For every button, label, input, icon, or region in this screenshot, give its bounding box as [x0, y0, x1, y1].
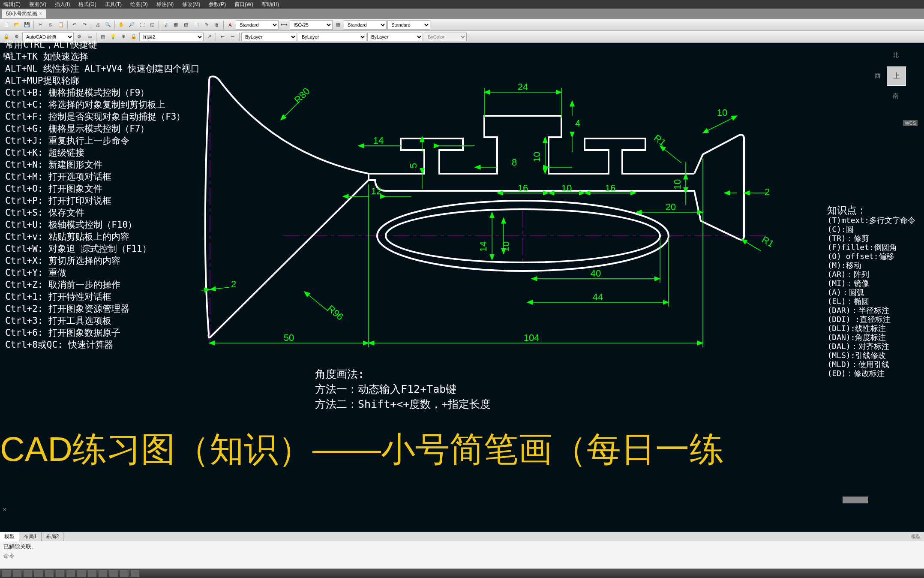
polar-toggle[interactable] — [34, 569, 43, 577]
knowledge-item: (EL)：椭圆 — [827, 297, 915, 306]
svg-text:50: 50 — [284, 332, 294, 343]
otrack-toggle[interactable] — [55, 569, 65, 577]
markup-icon[interactable]: ✎ — [202, 20, 211, 30]
qp-toggle[interactable] — [98, 569, 108, 577]
command-prompt[interactable]: 命令 — [3, 552, 921, 560]
close-icon[interactable]: × — [39, 11, 42, 17]
pan-icon[interactable]: ✋ — [117, 20, 126, 30]
separator — [239, 33, 240, 41]
menu-draw[interactable]: 绘图(D) — [130, 1, 148, 8]
scrollbar-thumb[interactable] — [843, 497, 868, 503]
model-toggle[interactable] — [120, 569, 129, 577]
menu-help[interactable]: 帮助(H) — [262, 1, 279, 8]
menu-modify[interactable]: 修改(M) — [182, 1, 200, 8]
layer-previous-icon[interactable]: ↩ — [218, 32, 227, 42]
save-icon[interactable]: 💾 — [22, 20, 32, 30]
document-tab[interactable]: 50小号简笔画 × — [2, 9, 46, 18]
menu-insert[interactable]: 插入(I) — [55, 1, 70, 8]
table-style-select[interactable]: Standard — [344, 20, 387, 30]
svg-text:8: 8 — [512, 157, 517, 168]
svg-line-60 — [741, 239, 761, 251]
knowledge-item: (AR)：阵列 — [827, 270, 915, 279]
new-icon[interactable]: 📄 — [2, 20, 11, 30]
dyn-toggle[interactable] — [77, 569, 86, 577]
zoom-icon[interactable]: 🔎 — [127, 20, 136, 30]
zoom-extents-icon[interactable]: ⛶ — [137, 20, 147, 30]
snap-toggle[interactable] — [2, 569, 11, 577]
model-tab[interactable]: 模型 — [0, 532, 19, 541]
wcs-badge[interactable]: WCS — [903, 120, 918, 126]
dim-style-select[interactable]: ISO-25 — [290, 20, 333, 30]
shortcut-line: Ctrl+S: 保存文件 — [5, 207, 200, 219]
statusbar — [0, 569, 924, 578]
command-line[interactable]: 已解除关联。 命令 — [0, 541, 924, 569]
shortcut-line: 常用CTRL，ALT快捷键 — [5, 39, 200, 51]
knowledge-item: (MLS):引线修改 — [827, 351, 915, 360]
undo-icon[interactable]: ↶ — [69, 20, 79, 30]
calc-icon[interactable]: 🖩 — [212, 20, 222, 30]
shortcut-line: Ctrl+X: 剪切所选择的内容 — [5, 255, 200, 267]
open-icon[interactable]: 📂 — [12, 20, 21, 30]
print-icon[interactable]: 🖨 — [93, 20, 102, 30]
copy-icon[interactable]: ⎘ — [46, 20, 55, 30]
layer-state-icon[interactable]: ☰ — [228, 32, 237, 42]
menu-view[interactable]: 视图(V) — [29, 1, 46, 8]
layout2-tab[interactable]: 布局2 — [42, 532, 64, 541]
svg-text:16: 16 — [518, 183, 528, 193]
viewcube-south[interactable]: 南 — [893, 92, 899, 100]
viewcube-west[interactable]: 西 — [875, 72, 881, 80]
svg-line-14 — [201, 289, 210, 290]
plot-preview-icon[interactable]: 🔍 — [103, 20, 113, 30]
lineweight-select[interactable]: ByLayer — [367, 33, 423, 41]
angle-method-line: 方法一：动态输入F12+Tab键 — [315, 382, 491, 397]
menu-tools[interactable]: 工具(T) — [105, 1, 122, 8]
angle-method-text: 角度画法: 方法一：动态输入F12+Tab键 方法二：Shift+<+度数，+指… — [315, 367, 491, 412]
grid-toggle[interactable] — [12, 569, 22, 577]
sc-toggle[interactable] — [109, 569, 118, 577]
paste-icon[interactable]: 📋 — [56, 20, 66, 30]
viewcube[interactable]: 北 西 上 南 — [875, 51, 918, 99]
ortho-toggle[interactable] — [23, 569, 33, 577]
knowledge-title: 知识点： — [827, 206, 915, 215]
viewcube-top[interactable]: 上 — [887, 66, 906, 86]
svg-text:12: 12 — [371, 186, 381, 196]
table-style-icon[interactable]: ▦ — [333, 20, 343, 30]
zoom-window-icon[interactable]: ◱ — [147, 20, 157, 30]
sheet-set-icon[interactable]: 📑 — [192, 20, 201, 30]
redo-icon[interactable]: ↷ — [80, 20, 89, 30]
menu-format[interactable]: 格式(O) — [78, 1, 96, 8]
mleader-style-select[interactable]: Standard — [387, 20, 430, 30]
knowledge-panel: 知识点： (T)mtext:多行文字命令 (C):圆 (TR)：修剪 (F)fi… — [827, 206, 915, 378]
shortcut-line: Ctrl+O: 打开图象文件 — [5, 183, 200, 195]
svg-text:R1: R1 — [652, 132, 668, 148]
svg-text:10: 10 — [672, 179, 683, 190]
shortcut-line: Ctrl+2: 打开图象资源管理器 — [5, 303, 200, 315]
shortcut-line: Ctrl+W: 对象追 踪式控制（F11） — [5, 243, 200, 255]
ducs-toggle[interactable] — [66, 569, 75, 577]
design-center-icon[interactable]: ▦ — [171, 20, 180, 30]
color-select[interactable]: ByLayer — [241, 33, 297, 41]
text-style-select[interactable]: Standard — [236, 20, 279, 30]
linetype-select[interactable]: ByLayer — [298, 33, 366, 41]
menu-window[interactable]: 窗口(W) — [234, 1, 253, 8]
menu-dimension[interactable]: 标注(N) — [156, 1, 174, 8]
viewcube-north[interactable]: 北 — [893, 51, 899, 59]
osnap-toggle[interactable] — [45, 569, 54, 577]
plotstyle-select[interactable]: ByColor — [424, 33, 467, 41]
knowledge-item: (ED)：修改标注 — [827, 369, 915, 378]
anno-toggle[interactable] — [130, 569, 140, 577]
tool-palette-icon[interactable]: ▨ — [181, 20, 191, 30]
layer-match-icon[interactable]: ↗ — [204, 32, 214, 42]
knowledge-item: (DAN):角度标注 — [827, 333, 915, 342]
properties-icon[interactable]: 📊 — [161, 20, 170, 30]
dim-style-icon[interactable]: ⟷ — [279, 20, 289, 30]
layout1-tab[interactable]: 布局1 — [19, 532, 42, 541]
text-style-icon[interactable]: A — [225, 20, 235, 30]
command-history: 已解除关联。 — [3, 543, 921, 551]
menu-edit[interactable]: 编辑(E) — [3, 1, 21, 8]
menu-parametric[interactable]: 参数(P) — [209, 1, 226, 8]
sidebar-close-icon[interactable]: × — [3, 506, 6, 514]
svg-line-16 — [281, 101, 300, 120]
lwt-toggle[interactable] — [87, 569, 97, 577]
cut-icon[interactable]: ✂ — [36, 20, 45, 30]
